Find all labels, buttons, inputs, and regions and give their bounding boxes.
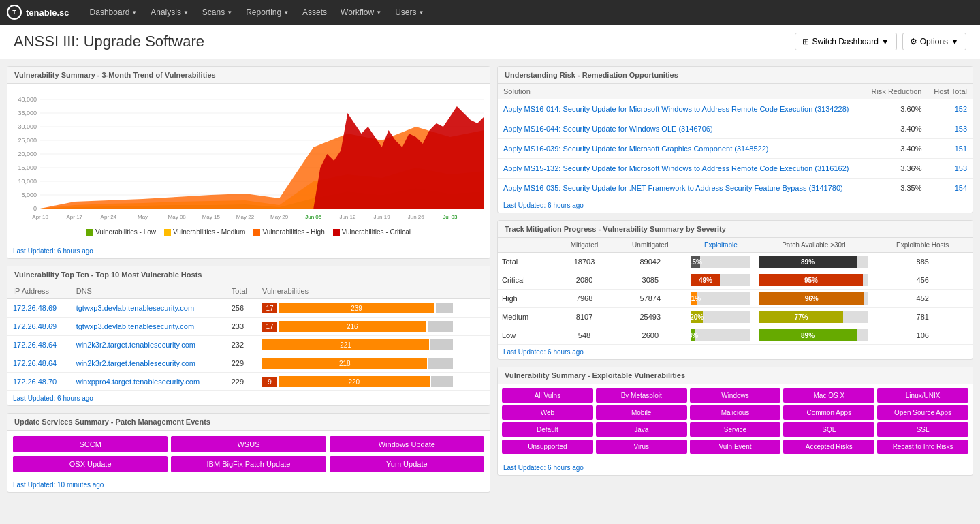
patch-button[interactable]: Yum Update — [330, 456, 484, 472]
nav-workflow[interactable]: Workflow ▼ — [334, 0, 388, 25]
nav-analysis[interactable]: Analysis ▼ — [144, 0, 195, 25]
svg-text:May 08: May 08 — [168, 214, 187, 220]
cell-exploit-hosts: 456 — [872, 271, 973, 290]
table-row: Medium 8107 25493 20% 77% 781 — [498, 308, 973, 326]
exploit-button-row: All VulnsBy MetasploitWindowsMac OS XLin… — [502, 388, 968, 403]
patch-button[interactable]: OSX Update — [13, 456, 168, 472]
right-column: Understanding Risk - Remediation Opportu… — [497, 66, 973, 493]
understanding-risk-panel: Understanding Risk - Remediation Opportu… — [497, 66, 973, 213]
nav-users[interactable]: Users ▼ — [388, 0, 430, 25]
patch-button[interactable]: IBM BigFix Patch Update — [171, 456, 326, 472]
svg-text:0: 0 — [33, 205, 37, 212]
table-row: Apply MS15-132: Security Update for Micr… — [498, 159, 973, 179]
exploit-button[interactable]: Accepted Risks — [783, 440, 874, 454]
patch-button[interactable]: SCCM — [13, 436, 168, 452]
cell-dns: win2k3r2.target.tenablesecurity.com — [71, 336, 226, 354]
bar-fill: 221 — [262, 339, 429, 350]
bar-empty — [436, 303, 453, 313]
cell-exploitable: 8% — [686, 326, 755, 345]
switch-dashboard-button[interactable]: ⊞ Switch Dashboard ▼ — [795, 33, 896, 50]
col-exploit-hosts: Exploitable Hosts — [872, 238, 973, 253]
cell-exploit-hosts: 885 — [872, 253, 973, 271]
cell-dns: tgtwxp3.devlab.tenablesecurity.com — [71, 318, 226, 336]
patch-button[interactable]: Windows Update — [330, 436, 484, 452]
nav-dashboard[interactable]: Dashboard ▼ — [83, 0, 144, 25]
cell-dns: tgtwxp3.devlab.tenablesecurity.com — [71, 299, 226, 318]
cell-host-total: 154 — [927, 179, 973, 198]
svg-text:Jun 12: Jun 12 — [339, 214, 356, 220]
caret-icon: ▼ — [376, 10, 381, 16]
exploit-button[interactable]: Java — [596, 422, 687, 437]
cell-ip: 172.26.48.70 — [7, 373, 71, 391]
gear-icon: ⚙ — [910, 37, 917, 46]
critical-count: 9 — [262, 377, 277, 387]
col-solution: Solution — [498, 84, 864, 99]
exploit-button[interactable]: Virus — [596, 440, 687, 454]
svg-text:Apr 17: Apr 17 — [66, 214, 82, 220]
exploit-button[interactable]: Service — [690, 422, 781, 437]
cell-risk-reduction: 3.40% — [864, 139, 927, 159]
svg-text:May 22: May 22 — [236, 214, 255, 220]
exploit-button[interactable]: SQL — [783, 422, 874, 437]
cell-patch: 89% — [755, 326, 872, 345]
patch-button[interactable]: WSUS — [171, 436, 326, 452]
svg-text:35,000: 35,000 — [18, 110, 37, 117]
exploit-button[interactable]: By Metasploit — [596, 388, 687, 403]
cell-host-total: 151 — [927, 139, 973, 159]
exploit-button[interactable]: Recast to Info Risks — [877, 440, 968, 454]
exploit-button[interactable]: Open Source Apps — [877, 405, 968, 420]
col-host-total: Host Total — [927, 84, 973, 99]
table-row: Low 548 2600 8% 89% 106 — [498, 326, 973, 345]
col-risk-reduction: Risk Reduction — [864, 84, 927, 99]
cell-solution: Apply MS16-039: Security Update for Micr… — [498, 139, 864, 159]
exploit-button[interactable]: Default — [502, 422, 593, 437]
patch-mgmt-header: Update Services Summary - Patch Manageme… — [7, 414, 490, 431]
svg-marker-21 — [313, 106, 484, 209]
cell-severity: Critical — [498, 271, 555, 290]
cell-unmitigated: 89042 — [614, 253, 686, 271]
bar-empty — [428, 358, 453, 369]
svg-text:May 29: May 29 — [270, 214, 289, 220]
options-button[interactable]: ⚙ Options ▼ — [902, 33, 966, 50]
vuln-top-ten-last-updated: Last Updated: 6 hours ago — [7, 391, 490, 405]
patch-mgmt-panel: Update Services Summary - Patch Manageme… — [7, 413, 490, 493]
col-ip: IP Address — [7, 283, 71, 299]
table-row: 172.26.48.64 win2k3r2.target.tenablesecu… — [7, 354, 490, 373]
exploit-button[interactable]: Unsupported — [502, 440, 593, 454]
exploit-button[interactable]: Web — [502, 405, 593, 420]
exploit-button[interactable]: Common Apps — [783, 405, 874, 420]
exploit-button[interactable]: Mac OS X — [783, 388, 874, 403]
cell-total: 232 — [226, 336, 257, 354]
cell-mitigated: 7968 — [555, 290, 614, 308]
exploit-button[interactable]: Vuln Event — [690, 440, 781, 454]
cell-risk-reduction: 3.40% — [864, 119, 927, 139]
legend-medium-dot — [164, 229, 171, 236]
cell-ip: 172.26.48.64 — [7, 354, 71, 373]
main-content: Vulnerability Summary - 3-Month Trend of… — [0, 59, 980, 499]
chart-legend: Vulnerabilities - Low Vulnerabilities - … — [13, 226, 484, 238]
exploit-button-row: UnsupportedVirusVuln EventAccepted Risks… — [502, 440, 968, 454]
caret-icon: ▼ — [951, 37, 959, 46]
risk-table: Solution Risk Reduction Host Total Apply… — [498, 84, 973, 198]
table-row: Critical 2080 3085 49% 95% 456 — [498, 271, 973, 290]
cell-total: 229 — [226, 373, 257, 391]
nav-assets[interactable]: Assets — [296, 0, 334, 25]
page-title: ANSSI III: Upgrade Software — [14, 33, 204, 50]
exploit-button[interactable]: Linux/UNIX — [877, 388, 968, 403]
cell-exploitable: 49% — [686, 271, 755, 290]
exploit-button[interactable]: Windows — [690, 388, 781, 403]
svg-text:Apr 24: Apr 24 — [101, 214, 117, 220]
svg-text:20,000: 20,000 — [18, 151, 37, 157]
exploit-button[interactable]: SSL — [877, 422, 968, 437]
exploit-button[interactable]: Mobile — [596, 405, 687, 420]
svg-text:May 15: May 15 — [202, 214, 221, 220]
svg-text:Jun 26: Jun 26 — [408, 214, 425, 220]
exploit-button[interactable]: Malicious — [690, 405, 781, 420]
vuln-summary-header: Vulnerability Summary - 3-Month Trend of… — [7, 67, 490, 84]
nav-scans[interactable]: Scans ▼ — [195, 0, 239, 25]
vuln-summary-panel: Vulnerability Summary - 3-Month Trend of… — [7, 66, 490, 259]
nav-reporting[interactable]: Reporting ▼ — [239, 0, 296, 25]
svg-text:Jun 05: Jun 05 — [305, 214, 322, 220]
exploit-button[interactable]: All Vulns — [502, 388, 593, 403]
cell-unmitigated: 3085 — [614, 271, 686, 290]
